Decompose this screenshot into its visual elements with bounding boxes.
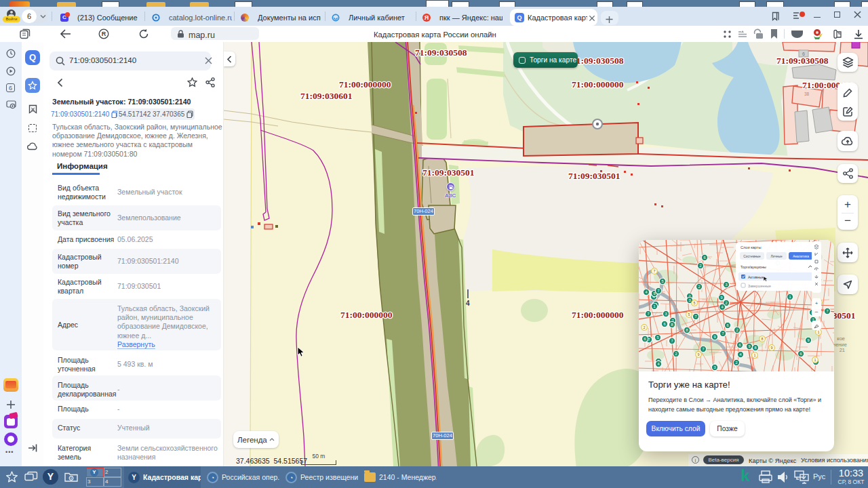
- svg-text:2: 2: [698, 285, 700, 289]
- svg-text:3: 3: [665, 312, 667, 316]
- svg-text:4: 4: [645, 290, 647, 294]
- svg-text:Личные: Личные: [770, 255, 782, 258]
- svg-text:2: 2: [675, 352, 677, 356]
- svg-text:6: 6: [663, 322, 665, 326]
- svg-text:71:00:000000: 71:00:000000: [572, 79, 624, 89]
- svg-text:4: 4: [739, 352, 741, 357]
- svg-text:2: 2: [643, 325, 645, 329]
- svg-text:2: 2: [735, 361, 737, 365]
- svg-text:71:09:030508: 71:09:030508: [572, 56, 624, 66]
- svg-text:71:00:000000: 71:00:000000: [572, 310, 624, 320]
- svg-text:4: 4: [466, 300, 470, 307]
- svg-text:1: 1: [789, 295, 791, 299]
- svg-text:3: 3: [688, 298, 690, 302]
- svg-text:71:09:030508: 71:09:030508: [415, 47, 467, 58]
- svg-text:7: 7: [722, 331, 724, 336]
- svg-text:7: 7: [694, 314, 696, 319]
- svg-text:9: 9: [770, 346, 772, 350]
- svg-text:6: 6: [800, 352, 802, 356]
- svg-text:6: 6: [703, 256, 705, 260]
- svg-text:3: 3: [713, 365, 715, 369]
- svg-text:Торги/аукционы: Торги/аукционы: [741, 265, 766, 269]
- svg-text:2: 2: [699, 264, 701, 268]
- svg-text:6: 6: [738, 343, 741, 347]
- svg-text:7: 7: [702, 347, 704, 351]
- svg-text:+: +: [815, 300, 818, 306]
- svg-text:Завершенные: Завершенные: [748, 284, 771, 288]
- svg-text:2: 2: [725, 301, 727, 305]
- svg-text:71:09:030501: 71:09:030501: [568, 171, 620, 181]
- svg-text:5: 5: [661, 279, 663, 283]
- svg-text:9: 9: [748, 344, 750, 348]
- svg-text:7: 7: [647, 312, 649, 316]
- svg-text:6: 6: [644, 337, 646, 341]
- svg-text:71:00:000000: 71:00:000000: [340, 310, 393, 320]
- svg-text:5: 5: [693, 301, 695, 305]
- svg-text:71:09:030501: 71:09:030501: [422, 167, 475, 178]
- svg-text:9: 9: [720, 296, 722, 300]
- svg-text:7: 7: [671, 339, 673, 343]
- svg-text:71:09:030601: 71:09:030601: [300, 91, 353, 101]
- svg-text:9: 9: [697, 352, 699, 357]
- svg-text:1: 1: [653, 304, 655, 308]
- svg-text:38: 38: [804, 92, 810, 96]
- svg-text:4: 4: [721, 305, 723, 309]
- svg-text:5: 5: [688, 312, 690, 317]
- svg-text:7: 7: [653, 269, 655, 273]
- svg-text:Слои карты: Слои карты: [741, 245, 761, 249]
- svg-text:7: 7: [657, 289, 659, 293]
- svg-text:9: 9: [653, 291, 655, 296]
- svg-text:3: 3: [725, 283, 727, 287]
- svg-text:Аналитика: Аналитика: [793, 255, 809, 258]
- svg-text:9: 9: [807, 338, 809, 342]
- svg-text:9: 9: [713, 335, 715, 339]
- svg-text:71:00:000000: 71:00:000000: [339, 79, 391, 89]
- svg-text:8: 8: [761, 337, 763, 341]
- svg-text:Системные: Системные: [743, 255, 761, 258]
- svg-text:1: 1: [817, 330, 819, 334]
- svg-text:8: 8: [754, 346, 756, 350]
- svg-text:8: 8: [686, 328, 688, 332]
- svg-text:7: 7: [826, 309, 828, 313]
- svg-text:−: −: [814, 308, 818, 315]
- svg-text:Активные: Активные: [748, 275, 764, 279]
- svg-text:1: 1: [814, 358, 816, 362]
- svg-text:4: 4: [657, 362, 659, 366]
- svg-text:1: 1: [753, 353, 755, 357]
- svg-text:R: R: [102, 30, 106, 37]
- svg-text:6: 6: [726, 323, 728, 327]
- svg-text:8: 8: [671, 323, 673, 327]
- svg-text:71:09:030508: 71:09:030508: [776, 56, 829, 66]
- svg-text:5: 5: [656, 336, 658, 340]
- svg-text:2: 2: [736, 328, 738, 332]
